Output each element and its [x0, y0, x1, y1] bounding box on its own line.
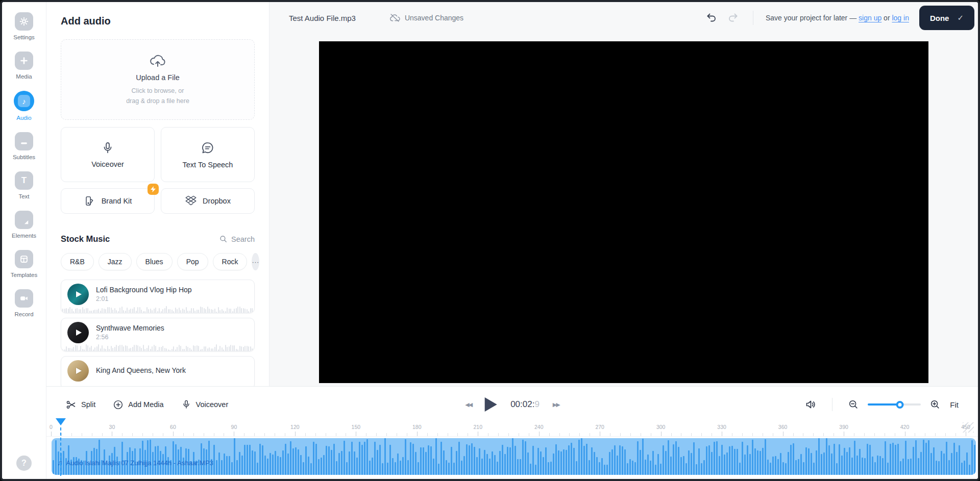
timeline-zoom-slider[interactable] — [868, 401, 921, 409]
stock-track-item[interactable]: Lofi Background Vlog Hip Hop 2:01 — [61, 280, 255, 313]
ruler-label: 0 — [50, 424, 53, 430]
nav-rail: Settings Media ♪ Audio Subtitles T Text — [2, 2, 46, 479]
ruler-tick — [641, 433, 641, 436]
track-title: Lofi Background Vlog Hip Hop — [96, 286, 192, 294]
ruler-tick — [61, 433, 62, 436]
genre-chip-rnb[interactable]: R&B — [61, 253, 94, 270]
cloud-off-icon — [389, 13, 400, 22]
music-note-icon: ♪ — [18, 95, 30, 107]
stock-track-item[interactable]: Synthwave Memories 2:56 — [61, 318, 255, 351]
redo-button[interactable] — [725, 10, 741, 26]
audio-clip[interactable]: ♫ Audio Islahi Majlis 07 Zulhijja 1444h … — [52, 438, 976, 475]
ruler-tick — [183, 433, 184, 436]
upload-file-dropzone[interactable]: Upload a File Click to browse, or drag &… — [61, 39, 255, 120]
brand-kit-card[interactable]: Brand Kit — [61, 188, 155, 214]
voiceover-label: Voiceover — [196, 400, 229, 409]
ruler-tick — [783, 432, 783, 436]
project-title[interactable]: Test Audio File.mp3 — [289, 14, 356, 22]
track-duration: 2:56 — [96, 334, 164, 341]
ruler-tick — [275, 433, 275, 436]
ruler-tick — [346, 433, 346, 436]
preview-canvas — [270, 34, 978, 386]
genre-chip-blues[interactable]: Blues — [136, 253, 173, 270]
ruler-tick — [448, 433, 448, 436]
play-button[interactable] — [485, 397, 497, 412]
help-button[interactable]: ? — [16, 455, 32, 471]
sidebar-item-elements[interactable]: Elements — [12, 211, 36, 239]
ruler-tick — [488, 433, 488, 436]
playhead-handle[interactable] — [56, 418, 66, 425]
genre-chip-pop[interactable]: Pop — [177, 253, 208, 270]
skip-forward-icon[interactable]: ▶▶ — [553, 401, 559, 408]
sidebar-item-record[interactable]: Record — [14, 289, 33, 317]
log-in-link[interactable]: log in — [892, 14, 909, 22]
voiceover-button[interactable]: Voiceover — [181, 399, 229, 410]
play-icon[interactable] — [76, 291, 82, 297]
zoom-slider-thumb[interactable] — [896, 401, 903, 409]
sidebar-item-templates[interactable]: Templates — [11, 250, 37, 278]
ruler-label: 300 — [656, 424, 666, 430]
brand-kit-label: Brand Kit — [102, 197, 132, 205]
zoom-in-button[interactable] — [929, 399, 941, 410]
ruler-tick — [895, 433, 895, 436]
ruler-label: 120 — [290, 424, 300, 430]
zoom-out-button[interactable] — [848, 399, 859, 410]
ellipsis-icon: ··· — [252, 258, 259, 266]
speech-bubble-icon — [201, 141, 215, 155]
ruler-tick — [336, 433, 336, 436]
ruler-tick — [326, 433, 326, 436]
brand-kit-icon — [84, 195, 96, 207]
sidebar-item-settings[interactable]: Settings — [13, 12, 35, 40]
ruler-tick — [427, 433, 428, 436]
ruler-tick — [386, 433, 387, 436]
sidebar-item-audio[interactable]: ♪ Audio — [14, 91, 34, 121]
ruler-tick — [529, 433, 529, 436]
voiceover-label: Voiceover — [91, 160, 124, 168]
ruler-tick — [966, 432, 966, 436]
ruler-label: 420 — [900, 424, 910, 430]
ruler-tick — [122, 433, 122, 436]
voiceover-card[interactable]: Voiceover — [61, 127, 155, 182]
ruler-tick — [864, 433, 865, 436]
more-genres-button[interactable]: ··· — [252, 253, 259, 270]
track-title: King And Queens, New York — [96, 366, 186, 374]
ruler-tick — [285, 433, 285, 436]
volume-button[interactable] — [804, 398, 817, 411]
sidebar-item-text[interactable]: T Text — [15, 171, 33, 199]
ruler-tick — [142, 433, 143, 436]
ruler-tick — [549, 433, 550, 436]
stock-search-button[interactable]: Search — [219, 235, 255, 243]
microphone-icon — [101, 141, 114, 155]
split-button[interactable]: Split — [66, 399, 95, 410]
ruler-tick — [193, 433, 194, 436]
ruler-label: 390 — [839, 424, 848, 430]
save-status-text: Unsaved Changes — [405, 14, 463, 22]
ruler-tick — [773, 433, 773, 436]
sidebar-item-subtitles[interactable]: Subtitles — [13, 132, 35, 160]
play-icon[interactable] — [76, 330, 82, 336]
ruler-tick — [214, 433, 214, 436]
done-label: Done — [930, 14, 949, 22]
dropbox-card[interactable]: Dropbox — [161, 188, 255, 214]
text-to-speech-card[interactable]: Text To Speech — [161, 127, 255, 182]
ruler-tick — [945, 433, 946, 436]
ruler-tick — [112, 432, 112, 436]
sidebar-item-media[interactable]: Media — [15, 52, 33, 80]
done-button[interactable]: Done ✓ — [919, 6, 974, 30]
timeline-ruler[interactable]: 0306090120150180210240270300330360390420… — [46, 422, 978, 437]
sign-up-link[interactable]: sign up — [859, 14, 881, 22]
ruler-tick — [722, 432, 722, 436]
undo-button[interactable] — [704, 10, 719, 26]
checkmark-icon: ✓ — [957, 13, 964, 22]
genre-chip-rock[interactable]: Rock — [213, 253, 248, 270]
sidebar-item-label: Settings — [13, 34, 35, 40]
ruler-tick — [407, 433, 407, 436]
add-media-button[interactable]: Add Media — [113, 399, 163, 410]
track-duration: 2:01 — [96, 295, 192, 302]
stock-track-item[interactable]: King And Queens, New York — [61, 356, 255, 386]
genre-chip-jazz[interactable]: Jazz — [99, 253, 132, 270]
skip-back-icon[interactable]: ◀◀ — [465, 401, 472, 408]
play-icon[interactable] — [76, 368, 82, 374]
fit-button[interactable]: Fit — [950, 400, 959, 409]
layout-icon — [18, 254, 30, 265]
